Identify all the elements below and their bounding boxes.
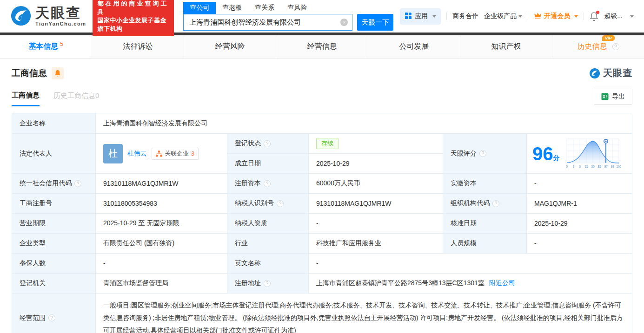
field-label-registration-authority: 登记机关 <box>12 274 96 294</box>
status-badge: 存续 <box>316 138 339 149</box>
field-label-business-term: 营业期限 <box>12 214 96 234</box>
subtab-business-info[interactable]: 工商信息 <box>12 91 40 106</box>
search-tab-boss[interactable]: 查老板 <box>216 2 248 14</box>
tab-label: 法律诉讼 <box>123 42 153 52</box>
apps-label: 应用 <box>415 12 428 20</box>
tab-history-info[interactable]: VIP 历史信息 ? <box>552 35 644 58</box>
field-label-org-code: 组织机构代码 ? <box>443 194 527 214</box>
field-label-staff-size: 人员规模 <box>443 234 527 254</box>
export-label: 导出 <box>612 92 625 101</box>
field-value-taxpayer-id: 91310118MAG1QJMR1W <box>309 194 443 214</box>
field-label-company-name: 企业名称 <box>12 113 96 134</box>
subtab-count: 0 <box>95 91 99 99</box>
apps-menu[interactable]: 应用 <box>400 8 441 25</box>
nav-business-coop[interactable]: 商务合作 <box>452 12 478 20</box>
field-value-staff-size: - <box>527 234 632 254</box>
divider <box>528 13 528 20</box>
tab-company-development[interactable]: 公司发展 <box>368 35 460 58</box>
svg-text:0: 0 <box>566 165 568 168</box>
help-icon[interactable]: ? <box>264 280 271 287</box>
field-label-taxpayer-quality: 纳税人资质 <box>227 214 309 234</box>
subtab-label: 历史工商信息 <box>53 91 95 99</box>
nav-account[interactable]: 超级... <box>604 12 623 20</box>
tab-operation-info[interactable]: 经营信息 <box>276 35 368 58</box>
help-icon[interactable]: ? <box>264 140 271 147</box>
field-label-english-name: 英文名称 <box>227 254 309 274</box>
nav-enterprise-products[interactable]: 企业级产品 <box>484 12 522 20</box>
apps-grid-icon <box>405 12 412 21</box>
chevron-down-icon <box>574 15 578 18</box>
field-value-registered-capital: 60000万人民币 <box>309 174 443 194</box>
svg-text:50: 50 <box>591 165 595 168</box>
help-icon[interactable]: ? <box>48 314 55 321</box>
svg-text:15: 15 <box>584 165 588 168</box>
promo-line1: 都在用的商业查询工具 <box>97 0 169 16</box>
score-unit: 分 <box>553 154 560 162</box>
section-title: 工商信息 <box>12 67 47 79</box>
tab-label: 经营信息 <box>307 42 337 52</box>
notification-bell[interactable] <box>590 12 598 21</box>
org-chart-icon <box>156 150 162 157</box>
tab-operation-risk[interactable]: 经营风险 <box>184 35 276 58</box>
field-value-company-type: 有限责任公司 (国有独资) <box>96 234 227 254</box>
tianyan-score-cell: 96分 0 1 3 15 50 85 <box>527 134 632 174</box>
field-value-approved-date: 2025-10-29 <box>527 214 632 234</box>
business-info-table: 企业名称 上海青浦国科创智经济发展有限公司 法定代表人 杜 杜伟云 关联企业 3… <box>12 113 632 333</box>
top-header: 天眼查 TianYanCha.com 都在用的商业查询工具 国家中小企业发展子基… <box>0 0 644 33</box>
field-label-registered-address: 注册地址 ? <box>227 274 309 294</box>
help-icon[interactable]: ? <box>612 43 619 50</box>
crown-icon <box>534 12 542 20</box>
search-tab-risk[interactable]: 查风险 <box>281 2 313 14</box>
tab-label: 知识产权 <box>491 42 521 52</box>
help-icon[interactable]: ? <box>74 180 81 187</box>
search-tab-relation[interactable]: 查关系 <box>248 2 281 14</box>
tab-label: 基本信息 <box>28 42 58 52</box>
field-value-insured-number: - <box>96 254 227 274</box>
nav-open-vip[interactable]: 开通会员 <box>534 12 578 20</box>
chevron-down-icon <box>432 15 436 18</box>
field-value-registered-address: 上海市青浦区赵巷镇沪青平公路2875号3幢13层C区1301室 附近公司 <box>309 274 632 294</box>
top-nav: 应用 商务合作 企业级产品 开通会员 <box>400 8 634 25</box>
legal-representative-cell: 杜 杜伟云 关联企业 3 <box>96 134 227 174</box>
related-companies-badge[interactable]: 关联企业 3 <box>152 148 199 160</box>
search-button[interactable]: 天眼一下 <box>357 14 393 31</box>
search-tab-company[interactable]: 查公司 <box>183 2 216 14</box>
search-input[interactable] <box>183 14 352 31</box>
tab-intellectual-property[interactable]: 知识产权 <box>460 35 552 58</box>
tianyancha-watermark: 天眼查 <box>589 67 632 79</box>
score-distribution-chart: 0 1 3 15 50 85 97 99 100 <box>564 138 621 170</box>
field-label-business-scope: 经营范围 ? <box>12 294 96 333</box>
export-button[interactable]: 导出 <box>594 89 632 104</box>
tianyancha-logo[interactable]: 天眼查 TianYanCha.com <box>10 5 86 28</box>
avatar[interactable]: 杜 <box>103 144 123 163</box>
field-value-registration-authority: 青浦区市场监督管理局 <box>96 274 227 294</box>
legal-representative-link[interactable]: 杜伟云 <box>127 150 147 158</box>
svg-text:100: 100 <box>616 165 621 168</box>
help-icon[interactable]: ? <box>277 200 284 207</box>
tab-legal-litigation[interactable]: 法律诉讼 <box>92 35 184 58</box>
nearby-companies-link[interactable]: 附近公司 <box>489 279 515 287</box>
svg-text:3: 3 <box>579 165 581 168</box>
field-value-registration-number: 310118005354983 <box>96 194 227 214</box>
field-value-business-scope: 一般项目:园区管理服务;创业空间服务;市场主体登记注册代理;商务代理代办服务;技… <box>96 294 632 333</box>
svg-text:1: 1 <box>572 165 574 168</box>
field-label-insured-number: 参保人数 <box>12 254 96 274</box>
tab-label: 历史信息 <box>578 42 607 52</box>
help-icon[interactable]: ? <box>264 180 271 187</box>
subscribe-bell-button[interactable] <box>52 67 64 79</box>
field-label-registered-capital: 注册资本 ? <box>227 174 309 194</box>
score-value: 96 <box>532 144 553 164</box>
chevron-down-icon[interactable] <box>630 15 634 18</box>
tianyancha-swirl-icon <box>589 68 600 79</box>
help-icon[interactable]: ? <box>492 200 499 207</box>
field-value-org-code: MAG1QJMR-1 <box>527 194 632 214</box>
field-value-establish-date: 2025-10-29 <box>309 154 443 174</box>
tab-badge: 5 <box>60 41 63 47</box>
subtab-history-business-info[interactable]: 历史工商信息0 <box>53 91 99 106</box>
bell-icon <box>54 70 61 77</box>
enterprise-label: 企业级产品 <box>484 12 517 20</box>
field-label-taxpayer-id: 纳税人识别号 ? <box>227 194 309 214</box>
notification-dot <box>596 11 599 14</box>
help-icon[interactable]: ? <box>479 150 486 157</box>
tab-basic-info[interactable]: 基本信息 5 <box>0 35 92 58</box>
